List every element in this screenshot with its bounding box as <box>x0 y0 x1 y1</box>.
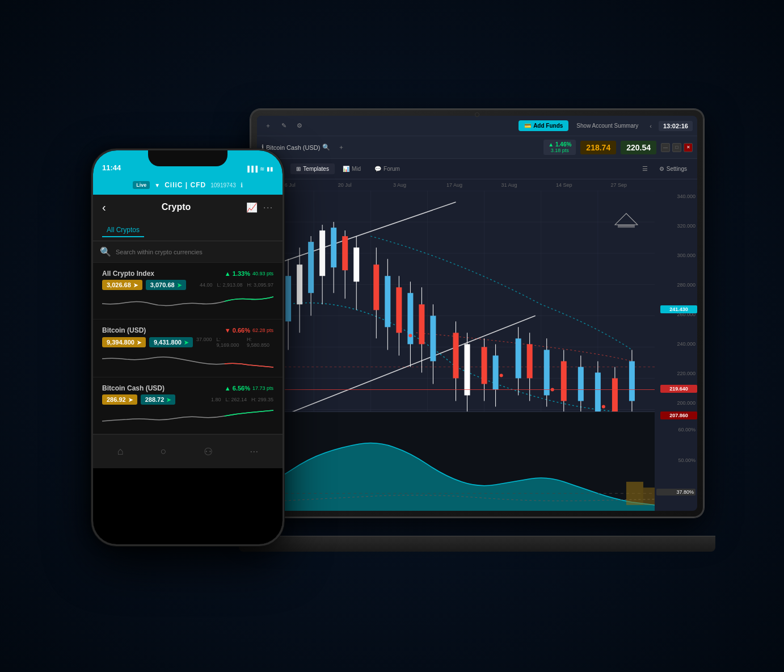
tab-mid[interactable]: 📊 Mid <box>337 163 366 174</box>
search-icon[interactable]: 🔍 <box>322 144 330 151</box>
toolbar-edit-btn[interactable]: ✎ <box>278 120 290 132</box>
sell-value: 3,026.68 <box>107 282 131 288</box>
sell-price-bitcoin[interactable]: 9,394.800 ➤ <box>102 337 146 347</box>
mid-label: Mid <box>352 166 361 172</box>
svg-rect-23 <box>308 242 314 293</box>
buy-price-crypto-index[interactable]: 3,070.68 ➤ <box>146 280 186 290</box>
add-watchlist-btn[interactable]: ＋ <box>335 141 348 154</box>
sell-price-bch[interactable]: 286.92 ➤ <box>102 394 137 405</box>
svg-rect-47 <box>465 344 470 395</box>
templates-icon: ⊞ <box>296 166 301 172</box>
live-badge: Live <box>133 181 150 189</box>
change-pts-bch: 17.73 pts <box>252 385 273 391</box>
dropdown-arrow[interactable]: ▼ <box>154 182 160 188</box>
sell-arrow-icon: ➤ <box>128 397 133 403</box>
bottom-nav: ⌂ ○ ⚇ ··· <box>93 434 283 468</box>
sell-price-crypto-index[interactable]: 3,026.68 ➤ <box>102 280 142 290</box>
phone-screen: 11:44 ▐▐▐ ≋ ▮▮ Live ▼ CiliC | CFD 109197… <box>93 150 283 544</box>
list-item[interactable]: Bitcoin Cash (USD) ▲ 6.56% 17.73 pts 286… <box>93 377 283 434</box>
account-number: 10919743 <box>210 182 236 188</box>
close-btn[interactable]: ✕ <box>684 143 693 152</box>
mini-chart-bitcoin <box>102 350 273 370</box>
buy-price-bch[interactable]: 288.72 ➤ <box>141 394 176 405</box>
candlestick-chart <box>257 191 655 441</box>
asset-header: Bitcoin (USD) ▼ 0.66% 62.28 pts <box>102 326 273 334</box>
buy-price-bitcoin[interactable]: 9,431.800 ➤ <box>149 337 193 347</box>
change-pct-crypto-index: ▲ 1.33% <box>225 270 250 277</box>
price-320: 320.000 <box>656 223 696 229</box>
price-300: 300.000 <box>656 253 696 258</box>
phone-body: 11:44 ▐▐▐ ≋ ▮▮ Live ▼ CiliC | CFD 109197… <box>91 149 284 546</box>
phone-notch <box>148 150 227 166</box>
search-icon: 🔍 <box>100 246 111 257</box>
buy-arrow-icon: ➤ <box>177 282 182 288</box>
sell-value: 286.92 <box>107 396 126 403</box>
bottom-nav-users[interactable]: ⚇ <box>204 446 213 458</box>
change-pts-bitcoin: 62.28 pts <box>252 327 273 333</box>
show-account-button[interactable]: Show Account Summary <box>572 120 643 131</box>
svg-rect-41 <box>419 304 424 344</box>
bottom-nav-search[interactable]: ○ <box>161 446 167 457</box>
bottom-nav-more[interactable]: ··· <box>250 446 258 457</box>
svg-rect-61 <box>578 367 584 401</box>
chart-icon[interactable]: 📈 <box>246 202 258 213</box>
svg-rect-37 <box>396 287 402 333</box>
toolbar-config-btn[interactable]: ⚙ <box>293 120 306 132</box>
search-bar: 🔍 <box>93 241 283 263</box>
info-icon[interactable]: ℹ <box>241 182 243 189</box>
svg-rect-43 <box>430 316 436 361</box>
back-button[interactable]: ‹ <box>102 201 106 214</box>
list-item[interactable]: Bitcoin (USD) ▼ 0.66% 62.28 pts 9,394.80… <box>93 320 283 377</box>
more-options-icon[interactable]: ··· <box>263 203 273 212</box>
list-item[interactable]: All Crypto Index ▲ 1.33% 40.93 pts 3,026… <box>93 263 283 320</box>
date-4: 17 Aug <box>427 182 482 188</box>
price-labels: 340.000 320.000 300.000 280.000 260.000 … <box>655 191 697 409</box>
sell-value: 9,394.800 <box>107 339 134 346</box>
list-view-btn[interactable]: ☰ <box>639 163 651 175</box>
forum-label: Forum <box>383 166 400 172</box>
svg-point-72 <box>602 405 605 409</box>
low-high-bitcoin: 37.000 L: 9,169.000 H: 9,580.850 <box>196 337 273 348</box>
mid-icon: 📊 <box>343 166 349 172</box>
asset-prices: 3,026.68 ➤ 3,070.68 ➤ 44.00 L: 2,913.08 … <box>102 280 273 290</box>
bottom-nav-home[interactable]: ⌂ <box>117 446 124 457</box>
asset-name-bch: Bitcoin Cash (USD) <box>102 384 165 392</box>
date-6: 14 Sep <box>537 182 592 188</box>
add-funds-button[interactable]: 💳 Add Funds <box>519 120 568 131</box>
add-funds-label: Add Funds <box>533 123 563 129</box>
date-7: 27 Sep <box>591 182 646 188</box>
asset-prices: 9,394.800 ➤ 9,431.800 ➤ 37.000 L: 9,169.… <box>102 337 273 348</box>
high-crypto: H: 3,095.97 <box>247 282 273 288</box>
tab-all-cryptos[interactable]: All Cryptos <box>102 224 144 237</box>
svg-point-69 <box>454 359 457 363</box>
bid-price[interactable]: 218.74 <box>580 141 616 154</box>
restore-btn[interactable]: □ <box>672 143 681 152</box>
mini-chart-crypto-index <box>102 292 273 312</box>
svg-rect-51 <box>493 355 499 389</box>
settings-tab[interactable]: ⚙ Settings <box>654 163 693 174</box>
asset-change: ▲ 1.33% 40.93 pts <box>225 270 273 277</box>
nav-arrow-btn[interactable]: ‹ <box>646 120 655 132</box>
svg-rect-59 <box>561 361 567 401</box>
time-display: 13:02:16 <box>659 121 693 131</box>
svg-marker-75 <box>615 213 638 225</box>
search-input[interactable] <box>116 249 276 255</box>
volume-labels: 60.00% 50.00% 37.80% <box>655 411 697 511</box>
toolbar-add-btn[interactable]: ＋ <box>262 119 275 132</box>
laptop: ＋ ✎ ⚙ 💳 Add Funds Show Account Summary ‹… <box>250 109 704 552</box>
svg-rect-29 <box>342 236 348 270</box>
minimize-btn[interactable]: — <box>661 143 670 152</box>
tab-templates[interactable]: ⊞ Templates <box>290 163 335 174</box>
nav-bar: ‹ Crypto 📈 ··· <box>93 195 283 220</box>
svg-rect-31 <box>353 247 359 282</box>
sell-arrow-icon: ➤ <box>133 282 138 288</box>
sell-arrow-icon: ➤ <box>137 339 141 346</box>
chart-area: 6 Jul 20 Jul 3 Aug 17 Aug 31 Aug 14 Sep … <box>257 179 697 511</box>
change-pct-bitcoin: ▼ 0.66% <box>225 327 250 334</box>
ask-price[interactable]: 220.54 <box>621 141 656 154</box>
tab-forum[interactable]: 💬 Forum <box>369 163 406 174</box>
wifi-icon: ≋ <box>260 166 264 172</box>
vol-50: 50.00% <box>656 457 696 463</box>
volume-chart <box>257 412 655 511</box>
window-controls: — □ ✕ <box>661 143 693 152</box>
